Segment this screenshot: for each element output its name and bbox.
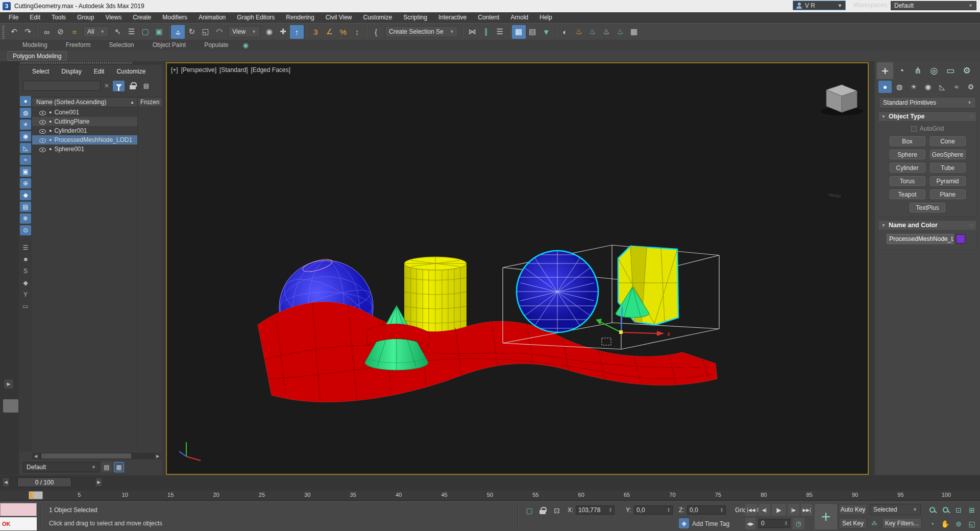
time-tag-icon[interactable]: ◈ <box>679 518 689 528</box>
visibility-eye-icon[interactable] <box>39 128 46 134</box>
select-by-name-button[interactable]: ☰ <box>125 25 138 39</box>
goto-end-button[interactable]: ▶▶| <box>801 504 813 516</box>
render-production-button[interactable]: ♨ <box>600 25 614 39</box>
undo-button[interactable]: ↶ <box>7 25 21 39</box>
primitive-button[interactable]: GeoSphere <box>930 150 966 159</box>
time-configuration-button[interactable]: ◷ <box>793 518 804 529</box>
keyboard-shortcut-override-toggle[interactable]: ↑ <box>290 25 304 39</box>
track-bar[interactable]: 0510152025303540455055606570758085909510… <box>0 490 980 500</box>
explorer-preset-dropdown[interactable]: Default▼ <box>23 462 100 472</box>
lights-category-button[interactable]: ☀ <box>907 81 920 93</box>
display-shapes-toggle[interactable]: ◍ <box>20 108 31 118</box>
explorer-menu-item[interactable]: Select <box>26 66 55 77</box>
bind-to-space-warp-button[interactable]: ≈ <box>67 25 81 39</box>
menu-item[interactable]: Scripting <box>398 12 433 23</box>
geosphere-object[interactable] <box>517 251 598 332</box>
select-and-scale-button[interactable]: ◱ <box>199 25 212 39</box>
key-mode-toggle[interactable]: ◀▶ <box>745 518 755 529</box>
explorer-horizontal-scrollbar[interactable]: ◀ ▶ <box>32 452 161 460</box>
previous-frame-button[interactable]: ◀ <box>2 477 10 487</box>
lock-explorer-button[interactable] <box>127 81 138 91</box>
window-crossing-toggle[interactable]: ▣ <box>152 25 166 39</box>
primitive-button[interactable]: Sphere <box>890 150 925 159</box>
time-slider-handle[interactable]: 0 / 100 <box>17 477 71 487</box>
perspective-viewport[interactable]: [+] [Perspective] [Standard] [Edged Face… <box>166 62 869 475</box>
ribbon-tab[interactable]: Modeling <box>13 40 57 51</box>
menu-item[interactable]: Arnold <box>505 12 534 23</box>
menu-item[interactable]: Group <box>71 12 100 23</box>
visibility-eye-icon[interactable] <box>39 118 46 125</box>
goto-start-button[interactable]: |◀◀ <box>745 504 757 516</box>
workspace-dropdown[interactable]: Default ▼ <box>891 1 976 10</box>
edit-bones-button[interactable]: ◆ <box>20 278 31 288</box>
key-filter-icon[interactable]: ⁂ <box>869 518 880 529</box>
isolate-selection-toggle[interactable]: ▢ <box>524 505 535 516</box>
object-state-dot-icon[interactable]: ● <box>49 110 52 115</box>
x-coordinate-field[interactable]: 103,778▲▼ <box>576 505 615 515</box>
toolbar-drag-handle[interactable] <box>2 26 5 39</box>
explorer-options-button[interactable]: ▤ <box>140 81 152 91</box>
menu-item[interactable]: Customize <box>358 12 398 23</box>
toggle-layer-explorer-button[interactable]: ▤ <box>526 25 540 39</box>
object-color-swatch[interactable] <box>956 234 965 244</box>
visibility-eye-icon[interactable] <box>39 109 46 116</box>
advanced-filter-button[interactable]: Y <box>20 289 31 300</box>
name-color-rollout-header[interactable]: ▼ Name and Color ∷ <box>878 221 976 230</box>
name-column-header[interactable]: Name (Sorted Ascending) <box>32 99 106 106</box>
new-container-button[interactable]: ▭ <box>20 301 31 311</box>
set-keys-button[interactable]: + <box>815 504 837 529</box>
view-cube[interactable]: FRONT <box>820 85 863 199</box>
ribbon-tab[interactable]: Freeform <box>57 40 100 51</box>
object-list-item[interactable]: ● CuttingPlane <box>32 117 162 126</box>
frozen-column-header[interactable]: Frozen <box>140 99 159 106</box>
primitive-category-dropdown[interactable]: Standard Primitives▼ <box>879 97 976 108</box>
object-name-field[interactable]: ProcessedMeshNode_LOD <box>887 234 954 244</box>
explorer-menu-item[interactable]: Edit <box>88 66 111 77</box>
scroll-left-arrow[interactable]: ◀ <box>32 454 39 458</box>
object-state-dot-icon[interactable]: ● <box>49 128 52 133</box>
explorer-column-header[interactable]: Name (Sorted Ascending) ▲ Frozen <box>32 97 162 107</box>
hierarchy-tab[interactable]: ⋔ <box>910 62 926 79</box>
z-coordinate-field[interactable]: 0,0▲▼ <box>687 505 726 515</box>
play-button[interactable]: ▶ <box>772 504 786 516</box>
viewport-general-menu[interactable]: [+] <box>171 66 178 74</box>
display-lights-toggle[interactable]: ☀ <box>20 119 31 130</box>
selection-set-dropdown[interactable]: Selected▼ <box>870 504 921 515</box>
explorer-drag-handle[interactable] <box>20 62 133 64</box>
primitive-button[interactable]: Teapot <box>890 189 925 199</box>
use-pivot-point-center-button[interactable]: ◉ <box>262 25 276 39</box>
primitive-button[interactable]: Cone <box>930 136 966 146</box>
viewport-layout-tab[interactable] <box>3 399 18 413</box>
display-containers-toggle[interactable]: ▤ <box>20 202 31 212</box>
render-setup-button[interactable]: ♨ <box>572 25 586 39</box>
current-frame-field[interactable]: 0▲▼ <box>758 519 790 528</box>
menu-item[interactable]: Interactive <box>433 12 472 23</box>
selection-lock-toggle[interactable] <box>537 505 548 516</box>
viewport-style-menu[interactable]: [Edged Faces] <box>251 66 290 74</box>
align-button[interactable]: ∥ <box>479 25 493 39</box>
y-coordinate-field[interactable]: 0,0▲▼ <box>634 505 673 515</box>
reference-coordinate-system-dropdown[interactable]: View▼ <box>228 26 260 37</box>
snaps-toggle-3d[interactable]: 3 <box>309 25 323 39</box>
menu-item[interactable]: Modifiers <box>157 12 193 23</box>
select-and-rotate-button[interactable]: ↻ <box>185 25 199 39</box>
object-type-rollout-header[interactable]: ▼ Object Type ∷ <box>878 112 976 121</box>
visibility-eye-icon[interactable] <box>39 146 46 153</box>
helpers-category-button[interactable]: ◺ <box>936 81 949 93</box>
geometry-category-button[interactable]: ● <box>878 81 892 93</box>
object-state-dot-icon[interactable]: ● <box>49 147 52 152</box>
menu-item[interactable]: File <box>3 12 24 23</box>
viewport-canvas[interactable]: x FRONT <box>167 63 868 474</box>
material-editor-button[interactable]: ◐ <box>558 25 572 39</box>
auto-key-button[interactable]: Auto Key <box>839 504 867 515</box>
display-xrefs-toggle[interactable]: ⊕ <box>20 178 31 188</box>
object-state-dot-icon[interactable]: ● <box>49 137 52 142</box>
menu-item[interactable]: Civil View <box>320 12 358 23</box>
ribbon-tab[interactable]: Object Paint <box>143 40 195 51</box>
primitive-button[interactable]: Torus <box>890 176 925 186</box>
menu-item[interactable]: Edit <box>24 12 46 23</box>
key-filters-button[interactable]: Key Filters... <box>882 518 922 529</box>
add-time-tag[interactable]: Add Time Tag <box>692 520 729 527</box>
object-list-item[interactable]: ● Cylinder001 <box>32 126 162 135</box>
scrollbar-thumb[interactable] <box>41 453 131 458</box>
